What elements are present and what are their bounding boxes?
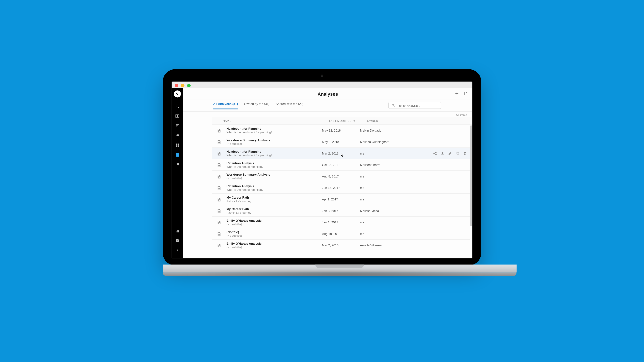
row-modified: Mar 2, 2016 — [322, 244, 360, 247]
dashboard-icon[interactable] — [175, 143, 180, 148]
guide-icon[interactable] — [175, 113, 180, 119]
row-modified: Jun 15, 2017 — [322, 186, 360, 189]
document-icon — [216, 139, 222, 145]
column-name-header[interactable]: NAME — [223, 119, 329, 122]
scrollbar[interactable] — [470, 125, 472, 258]
camera-icon — [321, 74, 323, 77]
analyses-icon[interactable] — [175, 152, 180, 158]
table-row[interactable]: (No title) (No subtitle) Aug 18, 2016 me — [212, 228, 472, 240]
svg-line-1 — [178, 107, 179, 108]
new-doc-icon[interactable] — [464, 91, 468, 96]
expand-icon[interactable] — [175, 248, 180, 253]
analyses-table: NAME LAST MODIFIED OWNER Headcount for P… — [183, 117, 472, 258]
svg-point-10 — [178, 135, 179, 136]
svg-rect-15 — [176, 153, 179, 157]
item-count: 51 items — [183, 112, 472, 117]
help-icon[interactable]: ? — [175, 238, 180, 243]
tab-owned-by-me[interactable]: Owned by me (31) — [244, 102, 270, 109]
row-modified: Jan 3, 2017 — [322, 209, 360, 212]
search-field[interactable] — [388, 102, 442, 109]
download-icon[interactable] — [440, 151, 444, 156]
laptop-mockup: V. — [163, 69, 481, 273]
row-subtitle: (No subtitle) — [226, 234, 322, 237]
svg-rect-59 — [456, 152, 458, 154]
svg-rect-12 — [178, 144, 179, 145]
row-title: My Career Path — [226, 196, 322, 199]
close-window-button[interactable] — [175, 84, 178, 87]
row-owner: me — [360, 175, 396, 178]
row-subtitle: (No subtitle) — [226, 177, 322, 180]
row-modified: Mar 2, 2018 — [322, 152, 360, 155]
row-subtitle: (No subtitle) — [226, 223, 322, 226]
row-title: My Career Path — [226, 207, 322, 211]
row-owner: me — [360, 221, 396, 224]
edit-icon[interactable] — [448, 151, 452, 156]
capture-icon[interactable] — [175, 162, 180, 167]
svg-text:?: ? — [177, 239, 178, 242]
add-icon[interactable] — [455, 91, 459, 96]
row-title: Emily O'Hara's Analysis — [226, 242, 322, 245]
search-icon[interactable] — [175, 104, 180, 109]
row-owner: Melinda Cunningham — [360, 140, 396, 143]
svg-point-24 — [392, 104, 394, 106]
svg-rect-58 — [457, 152, 459, 155]
table-row[interactable]: Headcount for Planning What is the headc… — [212, 148, 472, 159]
avatar[interactable]: V. — [174, 90, 181, 97]
table-row[interactable]: Retention Analysis What is the rate of r… — [212, 159, 472, 171]
row-title: Headcount for Planning — [226, 150, 322, 153]
row-owner: me — [360, 232, 396, 235]
svg-rect-17 — [176, 231, 176, 232]
pivot-icon[interactable] — [175, 133, 180, 138]
row-owner: me — [360, 186, 396, 189]
scrollbar-thumb[interactable] — [470, 125, 472, 226]
row-subtitle: Patrick Ly's journey — [226, 200, 322, 203]
sort-descending-icon[interactable] — [175, 123, 180, 129]
document-icon — [216, 197, 222, 202]
delete-icon[interactable] — [463, 151, 467, 156]
document-icon — [216, 208, 222, 214]
document-icon — [216, 220, 222, 225]
minimize-window-button[interactable] — [181, 84, 184, 87]
table-row[interactable]: My Career Path Patrick Ly's journey Jan … — [212, 205, 472, 217]
row-subtitle: What is the headcount for planning? — [226, 154, 322, 157]
svg-point-0 — [176, 105, 178, 107]
search-input[interactable] — [397, 104, 438, 107]
row-modified: Oct 22, 2017 — [322, 163, 360, 166]
svg-point-8 — [176, 135, 176, 136]
svg-rect-18 — [177, 230, 178, 232]
document-icon — [216, 174, 222, 179]
svg-point-7 — [178, 134, 179, 135]
document-icon — [216, 243, 222, 248]
svg-rect-19 — [178, 230, 178, 232]
tab-shared-with-me[interactable]: Shared with me (20) — [276, 102, 304, 109]
row-title: Workforce Summary Analysis — [226, 173, 322, 176]
svg-line-25 — [394, 106, 394, 107]
svg-rect-14 — [178, 145, 179, 147]
svg-line-56 — [434, 153, 436, 154]
column-owner-header[interactable]: OWNER — [367, 119, 402, 122]
document-icon — [216, 162, 222, 168]
row-subtitle: Patrick Ly's journey — [226, 211, 322, 214]
maximize-window-button[interactable] — [187, 84, 191, 87]
svg-rect-13 — [176, 145, 177, 147]
table-row[interactable]: Workforce Summary Analysis (No subtitle)… — [212, 136, 472, 148]
row-owner: Melissa Meza — [360, 209, 396, 212]
row-modified: May 3, 2018 — [322, 140, 360, 143]
table-row[interactable]: Emily O'Hara's Analysis (No subtitle) Ja… — [212, 217, 472, 228]
column-modified-header[interactable]: LAST MODIFIED — [329, 119, 367, 122]
table-row[interactable]: Headcount for Planning What is the headc… — [212, 125, 472, 136]
table-row[interactable]: My Career Path Patrick Ly's journey Apr … — [212, 194, 472, 205]
laptop-base — [163, 265, 517, 272]
row-modified: Aug 18, 2016 — [322, 232, 360, 235]
row-modified: Jan 1, 2017 — [322, 221, 360, 224]
table-row[interactable]: Workforce Summary Analysis (No subtitle)… — [212, 171, 472, 182]
duplicate-icon[interactable] — [456, 151, 460, 156]
filter-tabs: All Analyses (51) Owned by me (31) Share… — [213, 102, 304, 109]
share-icon[interactable] — [433, 151, 437, 156]
table-row[interactable]: Retention Analysis What is the rate of r… — [212, 182, 472, 194]
chart-icon[interactable] — [175, 228, 180, 234]
table-row[interactable]: Emily O'Hara's Analysis (No subtitle) Ma… — [212, 240, 472, 251]
row-title: Retention Analysis — [226, 162, 322, 165]
row-subtitle: What is the rate of retention? — [226, 165, 322, 168]
tab-all-analyses[interactable]: All Analyses (51) — [213, 102, 238, 109]
